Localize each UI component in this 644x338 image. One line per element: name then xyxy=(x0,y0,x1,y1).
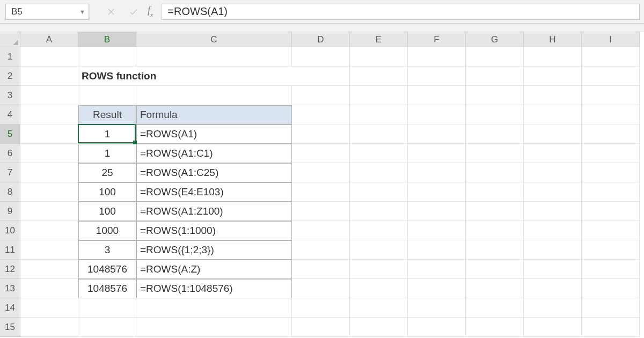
cell-G4[interactable] xyxy=(466,105,524,124)
cell-A12[interactable] xyxy=(20,260,78,279)
cell-D9[interactable] xyxy=(292,202,350,221)
cell-E8[interactable] xyxy=(350,182,408,202)
cell-I8[interactable] xyxy=(582,182,640,202)
cell-C9[interactable]: =ROWS(A1:Z100) xyxy=(136,202,292,221)
cell-A8[interactable] xyxy=(20,182,78,202)
cell-H15[interactable] xyxy=(524,318,582,337)
row-header-14[interactable]: 14 xyxy=(0,298,20,318)
cell-D12[interactable] xyxy=(292,260,350,279)
cell-C14[interactable] xyxy=(136,298,292,318)
cell-C7[interactable]: =ROWS(A1:C25) xyxy=(136,163,292,182)
column-header-C[interactable]: C xyxy=(136,32,292,47)
enter-icon[interactable] xyxy=(128,6,139,17)
cell-A11[interactable] xyxy=(20,240,78,260)
cell-B3[interactable] xyxy=(78,86,136,105)
cell-E6[interactable] xyxy=(350,144,408,163)
row-header-1[interactable]: 1 xyxy=(0,47,20,67)
cell-A2[interactable] xyxy=(20,67,78,86)
cell-I5[interactable] xyxy=(582,124,640,144)
cell-H7[interactable] xyxy=(524,163,582,182)
cell-E11[interactable] xyxy=(350,240,408,260)
cell-D4[interactable] xyxy=(292,105,350,124)
cell-D1[interactable] xyxy=(292,47,350,67)
cell-B5[interactable]: 1 xyxy=(78,124,136,144)
cell-E3[interactable] xyxy=(350,86,408,105)
cell-E5[interactable] xyxy=(350,124,408,144)
cell-H6[interactable] xyxy=(524,144,582,163)
row-header-15[interactable]: 15 xyxy=(0,318,20,337)
cell-I15[interactable] xyxy=(582,318,640,337)
cell-B15[interactable] xyxy=(78,318,136,337)
cell-A13[interactable] xyxy=(20,279,78,298)
cell-H9[interactable] xyxy=(524,202,582,221)
cell-E9[interactable] xyxy=(350,202,408,221)
row-header-9[interactable]: 9 xyxy=(0,202,20,221)
cell-F5[interactable] xyxy=(408,124,466,144)
cell-C12[interactable]: =ROWS(A:Z) xyxy=(136,260,292,279)
row-header-4[interactable]: 4 xyxy=(0,105,20,124)
row-header-13[interactable]: 13 xyxy=(0,279,20,298)
cell-F8[interactable] xyxy=(408,182,466,202)
cell-A10[interactable] xyxy=(20,221,78,240)
cell-E10[interactable] xyxy=(350,221,408,240)
cell-I13[interactable] xyxy=(582,279,640,298)
row-header-7[interactable]: 7 xyxy=(0,163,20,182)
cell-H14[interactable] xyxy=(524,298,582,318)
cell-G1[interactable] xyxy=(466,47,524,67)
cell-H13[interactable] xyxy=(524,279,582,298)
cell-E15[interactable] xyxy=(350,318,408,337)
cell-H2[interactable] xyxy=(524,67,582,86)
cell-F15[interactable] xyxy=(408,318,466,337)
cell-D8[interactable] xyxy=(292,182,350,202)
cell-E2[interactable] xyxy=(350,67,408,86)
cell-B13[interactable]: 1048576 xyxy=(78,279,136,298)
cell-A6[interactable] xyxy=(20,144,78,163)
cell-F11[interactable] xyxy=(408,240,466,260)
cell-H11[interactable] xyxy=(524,240,582,260)
row-header-3[interactable]: 3 xyxy=(0,86,20,105)
cell-F10[interactable] xyxy=(408,221,466,240)
cell-G7[interactable] xyxy=(466,163,524,182)
cell-D7[interactable] xyxy=(292,163,350,182)
cell-A15[interactable] xyxy=(20,318,78,337)
cell-C5[interactable]: =ROWS(A1) xyxy=(136,124,292,144)
cell-I3[interactable] xyxy=(582,86,640,105)
cell-H5[interactable] xyxy=(524,124,582,144)
cell-F13[interactable] xyxy=(408,279,466,298)
cell-F6[interactable] xyxy=(408,144,466,163)
cell-F14[interactable] xyxy=(408,298,466,318)
column-header-E[interactable]: E xyxy=(350,32,408,47)
row-header-10[interactable]: 10 xyxy=(0,221,20,240)
column-header-F[interactable]: F xyxy=(408,32,466,47)
cell-F1[interactable] xyxy=(408,47,466,67)
cell-H10[interactable] xyxy=(524,221,582,240)
cell-D5[interactable] xyxy=(292,124,350,144)
column-header-I[interactable]: I xyxy=(582,32,640,47)
cell-I12[interactable] xyxy=(582,260,640,279)
cell-B11[interactable]: 3 xyxy=(78,240,136,260)
cell-C3[interactable] xyxy=(136,86,292,105)
column-header-B[interactable]: B xyxy=(78,32,136,47)
cell-A3[interactable] xyxy=(20,86,78,105)
cell-H3[interactable] xyxy=(524,86,582,105)
cell-A1[interactable] xyxy=(20,47,78,67)
cell-G9[interactable] xyxy=(466,202,524,221)
cell-C1[interactable] xyxy=(136,47,292,67)
cell-E1[interactable] xyxy=(350,47,408,67)
cell-B9[interactable]: 100 xyxy=(78,202,136,221)
cell-C10[interactable]: =ROWS(1:1000) xyxy=(136,221,292,240)
cell-D6[interactable] xyxy=(292,144,350,163)
cell-H4[interactable] xyxy=(524,105,582,124)
fx-icon[interactable]: fx xyxy=(148,5,153,18)
cell-G15[interactable] xyxy=(466,318,524,337)
cell-H8[interactable] xyxy=(524,182,582,202)
cell-D14[interactable] xyxy=(292,298,350,318)
cell-G6[interactable] xyxy=(466,144,524,163)
cell-I7[interactable] xyxy=(582,163,640,182)
row-header-6[interactable]: 6 xyxy=(0,144,20,163)
cell-A5[interactable] xyxy=(20,124,78,144)
cell-I14[interactable] xyxy=(582,298,640,318)
cell-B8[interactable]: 100 xyxy=(78,182,136,202)
cancel-icon[interactable] xyxy=(106,6,116,17)
cell-I10[interactable] xyxy=(582,221,640,240)
